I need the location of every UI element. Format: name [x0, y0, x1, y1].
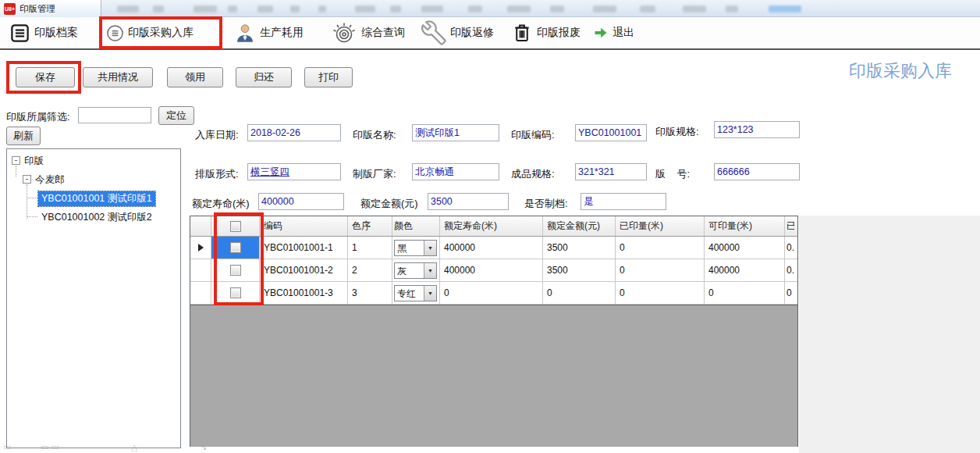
circle-list-icon [106, 24, 124, 42]
row-selector[interactable] [190, 237, 211, 259]
locate-button[interactable]: 定位 [158, 106, 194, 125]
toolbar-item-plate-repair[interactable]: 印版返修 [421, 17, 494, 48]
header-color-seq[interactable]: 色序 [348, 216, 392, 236]
archived-field[interactable] [581, 193, 666, 210]
plate-maker-field[interactable] [412, 163, 499, 180]
shared-usage-button[interactable]: 共用情况 [83, 67, 153, 87]
clipped-bottom-icon: △ [131, 442, 137, 452]
cell-color-seq[interactable]: 3 [348, 282, 392, 304]
header-clipped[interactable]: 已 [785, 216, 794, 236]
print-button[interactable]: 打印 [304, 67, 353, 87]
cell-rated-life[interactable]: 400000 [440, 259, 543, 281]
row-checkbox[interactable] [230, 287, 241, 298]
cell-printable[interactable]: 400000 [705, 237, 785, 259]
obscured-tab-item [228, 5, 237, 12]
toolbar-item-production-consumption[interactable]: 生产耗用 [234, 17, 304, 48]
cell-code[interactable]: YBC01001001-3 [260, 282, 348, 304]
product-spec-label: 成品规格: [511, 167, 555, 181]
tree-guide-line [27, 184, 27, 219]
rated-amount-field[interactable] [428, 193, 509, 210]
grid-row-3: YBC01001001-3 3 专红▼ 0 0 0 0 0 [190, 282, 797, 305]
tree-node-root[interactable]: 印版 [24, 155, 44, 168]
cell-printable[interactable]: 0 [705, 282, 785, 304]
return-button[interactable]: 归还 [236, 67, 292, 87]
filter-input[interactable] [78, 107, 151, 123]
clipped-bottom-icon: ↘ [200, 442, 207, 452]
cell-printed[interactable]: 0 [616, 282, 705, 304]
cell-clipped[interactable]: 0. [785, 259, 794, 281]
color-dropdown[interactable]: 黑▼ [394, 240, 437, 256]
color-dropdown[interactable]: 灰▼ [394, 262, 437, 279]
grid-empty-area [190, 305, 798, 447]
obscured-tab-item [507, 5, 531, 12]
cell-code[interactable]: YBC01001001-1 [260, 237, 348, 259]
product-spec-field[interactable] [575, 163, 647, 180]
cell-printed[interactable]: 0 [616, 259, 705, 281]
tree-item-plate-2[interactable]: YBC01001002 测试印版2 [41, 211, 152, 224]
tree-node-group[interactable]: 今麦郎 [35, 173, 65, 187]
plate-number-field[interactable] [714, 163, 800, 180]
tree-guide-line [27, 216, 37, 217]
toolbar-item-plate-scrap[interactable]: 印版报废 [511, 17, 581, 48]
cell-rated-life[interactable]: 400000 [440, 237, 543, 259]
cell-color: 黑▼ [392, 237, 440, 259]
row-selector[interactable] [190, 259, 211, 281]
tree-collapse-group-icon[interactable]: - [23, 175, 31, 184]
cell-color-seq[interactable]: 1 [348, 237, 392, 259]
plate-name-field[interactable] [412, 124, 499, 141]
row-checkbox[interactable] [230, 242, 241, 253]
rated-life-field[interactable] [258, 193, 344, 210]
tab-print-plate-management[interactable]: U8+ 印版管理 [0, 0, 101, 17]
cell-color-seq[interactable]: 2 [348, 259, 392, 281]
header-rated-amount[interactable]: 额定金额(元) [543, 216, 616, 236]
plate-spec-field[interactable] [714, 121, 800, 138]
tree-item-plate-1[interactable]: YBC01001001 测试印版1 [38, 191, 155, 206]
page-title: 印版采购入库 [849, 59, 952, 83]
in-date-label: 入库日期: [195, 128, 239, 142]
in-date-field[interactable] [247, 124, 341, 141]
header-code[interactable]: 编码 [260, 216, 348, 236]
refresh-button[interactable]: 刷新 [6, 127, 41, 145]
cell-printable[interactable]: 400000 [705, 259, 785, 281]
borrow-button[interactable]: 领用 [167, 67, 223, 87]
header-rated-life[interactable]: 额定寿命(米) [440, 216, 543, 236]
header-row-selector[interactable] [190, 216, 211, 236]
chevron-down-icon[interactable]: ▼ [424, 241, 436, 255]
cell-rated-amount[interactable]: 3500 [543, 259, 616, 281]
row-checkbox[interactable] [230, 265, 241, 276]
toolbar-item-plate-purchase-inbound[interactable]: 印版采购入库 [106, 17, 194, 48]
toolbar-item-exit[interactable]: 退出 [593, 17, 634, 48]
cell-printed[interactable]: 0 [616, 237, 705, 259]
cell-color: 专红▼ [392, 282, 440, 304]
chevron-down-icon[interactable]: ▼ [424, 286, 436, 301]
header-color[interactable]: 颜色 [392, 216, 440, 236]
obscured-tab-item [726, 5, 738, 12]
toolbar-item-plate-archive[interactable]: 印版档案 [9, 17, 78, 48]
header-printable[interactable]: 可印量(米) [705, 216, 785, 236]
cell-rated-life[interactable]: 0 [440, 282, 543, 304]
cell-clipped[interactable]: 0. [785, 237, 794, 259]
header-printed[interactable]: 已印量(米) [616, 216, 705, 236]
row-selector[interactable] [190, 282, 211, 304]
tree-collapse-root-icon[interactable]: - [12, 156, 20, 165]
plate-spec-label: 印版规格: [655, 125, 699, 139]
obscured-tab-item [153, 5, 164, 12]
plate-code-label: 印版编码: [511, 128, 555, 142]
cell-clipped[interactable]: 0 [785, 282, 794, 304]
cell-code[interactable]: YBC01001001-2 [260, 259, 348, 281]
cell-rated-amount[interactable]: 3500 [543, 237, 616, 259]
chevron-down-icon[interactable]: ▼ [424, 263, 436, 278]
layout-form-field[interactable] [247, 163, 341, 180]
plate-number-label: 版 号: [655, 167, 690, 181]
obscured-tab-item [421, 5, 443, 12]
save-button[interactable]: 保存 [16, 67, 75, 87]
cell-rated-amount[interactable]: 0 [543, 282, 616, 304]
plate-code-field[interactable] [575, 124, 647, 141]
color-dropdown[interactable]: 专红▼ [394, 285, 437, 301]
cell-color: 灰▼ [392, 259, 440, 281]
wrench-icon [421, 20, 446, 45]
select-all-checkbox[interactable] [230, 221, 241, 232]
toolbar-item-comprehensive-query[interactable]: 综合查询 [331, 17, 405, 48]
rated-amount-label: 额定金额(元) [360, 197, 418, 211]
layout-form-label: 排版形式: [195, 167, 239, 181]
